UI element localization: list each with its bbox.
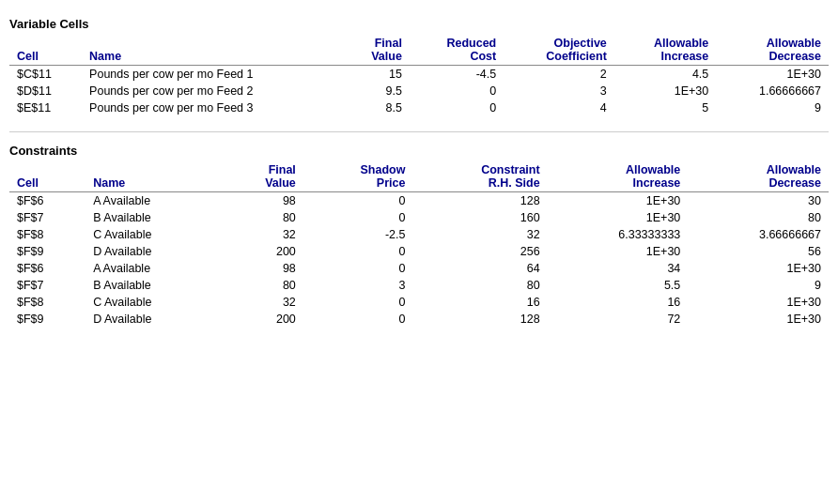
con-allow-dec: 1E+30 [688,311,829,328]
con-allow-inc: 5.5 [548,277,689,294]
vc-allow-dec: 9 [716,99,829,116]
vc-cell: $C$11 [9,66,82,84]
con-h-shadow: Shadow [303,161,413,176]
vc-h-name-empty [82,35,343,50]
con-name: B Available [85,209,220,226]
table-row: $F$8C Available32016161E+30 [9,294,829,311]
con-cell: $F$6 [9,260,85,277]
con-allow-dec: 80 [688,209,829,226]
vc-final-value: 8.5 [343,99,410,116]
con-final-value: 32 [220,226,303,243]
con-h-allowable-inc-label: Allowable [548,161,689,176]
vc-h-value: Value [343,50,410,66]
variable-cells-body: $C$11Pounds per cow per mo Feed 115-4.52… [9,66,829,117]
con-rhs: 32 [412,226,547,243]
con-shadow-price: 3 [303,277,413,294]
variable-header-bottom: Cell Name Value Cost Coefficient Increas… [9,50,829,66]
table-row: $D$11Pounds per cow per mo Feed 29.5031E… [9,83,829,99]
vc-obj-coeff: 3 [504,83,614,99]
table-row: $F$9D Available20002561E+3056 [9,243,829,260]
con-cell: $F$8 [9,226,85,243]
con-final-value: 200 [220,243,303,260]
con-cell: $F$9 [9,243,85,260]
con-shadow-price: 0 [303,243,413,260]
con-shadow-price: 0 [303,209,413,226]
vc-h-final: Final [343,35,410,50]
con-h-cell: Cell [9,176,85,192]
con-allow-inc: 1E+30 [548,192,689,210]
vc-obj-coeff: 4 [504,99,614,116]
con-cell: $F$6 [9,192,85,210]
con-name: A Available [85,260,220,277]
constraints-body: $F$6A Available9801281E+3030$F$7B Availa… [9,192,829,328]
con-cell: $F$9 [9,311,85,328]
vc-allow-inc: 1E+30 [614,83,716,99]
con-h-value: Value [220,176,303,192]
con-allow-dec: 1E+30 [688,260,829,277]
con-allow-dec: 1E+30 [688,294,829,311]
con-rhs: 64 [412,260,547,277]
vc-reduced-cost: 0 [410,83,504,99]
vc-h-cost: Cost [410,50,504,66]
vc-h-cell: Cell [9,50,82,66]
vc-allow-inc: 4.5 [614,66,716,84]
con-allow-inc: 1E+30 [548,209,689,226]
con-name: C Available [85,226,220,243]
table-row: $F$6A Available98064341E+30 [9,260,829,277]
con-allow-inc: 72 [548,311,689,328]
con-h-constraint: Constraint [412,161,547,176]
table-row: $F$7B Available8001601E+3080 [9,209,829,226]
con-allow-dec: 56 [688,243,829,260]
con-h-decrease: Decrease [688,176,829,192]
vc-allow-dec: 1.66666667 [716,83,829,99]
vc-cell: $D$11 [9,83,82,99]
variable-header-top: Final Reduced Objective Allowable Allowa… [9,35,829,50]
vc-h-increase: Increase [614,50,716,66]
vc-obj-coeff: 2 [504,66,614,84]
con-shadow-price: 0 [303,192,413,210]
con-shadow-price: 0 [303,311,413,328]
vc-h-allowable-dec-label: Allowable [716,35,829,50]
constraints-section: Constraints Final Shadow Constraint Allo… [9,144,829,328]
con-final-value: 80 [220,277,303,294]
constraints-table: Final Shadow Constraint Allowable Allowa… [9,161,829,328]
con-allow-inc: 34 [548,260,689,277]
vc-h-decrease: Decrease [716,50,829,66]
con-final-value: 32 [220,294,303,311]
con-name: C Available [85,294,220,311]
vc-h-name: Name [82,50,343,66]
vc-final-value: 15 [343,66,410,84]
vc-allow-inc: 5 [614,99,716,116]
con-cell: $F$7 [9,209,85,226]
con-h-final: Final [220,161,303,176]
con-h-increase: Increase [548,176,689,192]
vc-name: Pounds per cow per mo Feed 1 [82,66,343,84]
con-name: A Available [85,192,220,210]
con-rhs: 16 [412,294,547,311]
constraints-title: Constraints [9,144,829,158]
con-final-value: 98 [220,192,303,210]
con-name: D Available [85,311,220,328]
section-divider [9,131,829,132]
vc-h-coefficient: Coefficient [504,50,614,66]
table-row: $F$8C Available32-2.5326.333333333.66666… [9,226,829,243]
table-row: $E$11Pounds per cow per mo Feed 38.50459 [9,99,829,116]
variable-cells-section: Variable Cells Final Reduced Objective A… [9,17,829,116]
con-rhs: 128 [412,311,547,328]
vc-h-cell-empty [9,35,82,50]
constraints-header-bottom: Cell Name Value Price R.H. Side Increase… [9,176,829,192]
table-row: $F$9D Available2000128721E+30 [9,311,829,328]
con-rhs: 80 [412,277,547,294]
con-allow-dec: 9 [688,277,829,294]
vc-reduced-cost: 0 [410,99,504,116]
vc-name: Pounds per cow per mo Feed 3 [82,99,343,116]
con-rhs: 128 [412,192,547,210]
table-row: $F$7B Available803805.59 [9,277,829,294]
con-cell: $F$7 [9,277,85,294]
vc-final-value: 9.5 [343,83,410,99]
con-h-price: Price [303,176,413,192]
con-h-allowable-dec-label: Allowable [688,161,829,176]
variable-cells-table: Final Reduced Objective Allowable Allowa… [9,35,829,116]
con-name: B Available [85,277,220,294]
vc-allow-dec: 1E+30 [716,66,829,84]
